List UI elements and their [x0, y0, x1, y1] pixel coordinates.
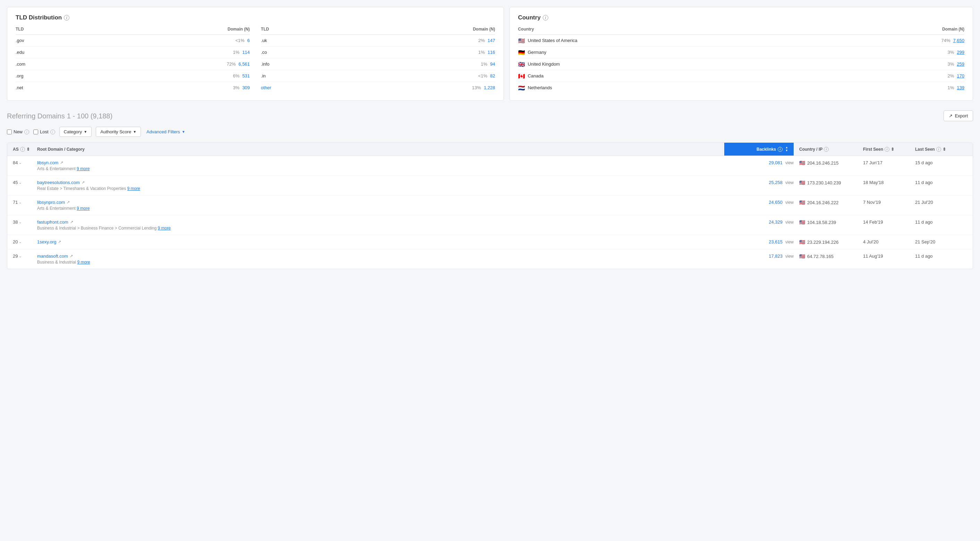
backlinks-count-link[interactable]: 24,329	[768, 219, 783, 225]
tld-row: .org 6% 531	[16, 70, 250, 82]
tld-name: .gov	[16, 38, 24, 43]
domain-link[interactable]: mandasoft.com ↗	[37, 254, 724, 259]
backlinks-count-link[interactable]: 25,258	[768, 180, 783, 185]
domain-link[interactable]: fastupfront.com ↗	[37, 219, 724, 225]
view-link[interactable]: view	[785, 254, 794, 259]
tld-distribution-title: TLD Distribution i	[16, 14, 495, 21]
tld-info-icon[interactable]: i	[64, 15, 69, 21]
referring-title: Referring Domains 1 - 100 (9,188)	[7, 112, 113, 120]
backlinks-count-link[interactable]: 17,823	[768, 254, 783, 259]
domain-link[interactable]: 1sexy.org ↗	[37, 239, 724, 244]
domain-link[interactable]: libsyn.com ↗	[37, 160, 724, 165]
row-flag-us: 🇺🇸	[799, 254, 805, 259]
view-link[interactable]: view	[785, 220, 794, 225]
row-backlinks-cell: 17,823 view	[724, 254, 794, 259]
country-table-header: Country Domain (N)	[518, 27, 964, 35]
country-percent: 3%	[948, 49, 954, 55]
row-flag-us: 🇺🇸	[799, 219, 805, 225]
domain-header-text: Root Domain / Category	[37, 147, 85, 152]
tld-count-link[interactable]: 114	[242, 49, 250, 55]
tld-count-link[interactable]: 116	[488, 49, 495, 55]
export-icon: ↗	[949, 113, 953, 118]
tld-count-link[interactable]: 531	[242, 73, 250, 78]
country-name: Germany	[528, 49, 948, 55]
country-count-link[interactable]: 139	[957, 85, 964, 90]
row-as: 71 ⌄	[13, 199, 37, 205]
as-expand-icon[interactable]: ⌄	[19, 200, 22, 204]
backlinks-info-icon[interactable]: i	[778, 147, 783, 152]
tld-percent: 72%	[227, 61, 235, 67]
view-link[interactable]: view	[785, 200, 794, 205]
more-link[interactable]: 9 more	[77, 166, 89, 171]
country-row: 🇨🇦 Canada 2% 170	[518, 70, 964, 82]
tld-row: .edu 1% 114	[16, 46, 250, 58]
external-link-icon: ↗	[70, 254, 73, 259]
as-value: 38	[13, 219, 18, 225]
more-link[interactable]: 9 more	[77, 206, 89, 211]
view-link[interactable]: view	[785, 160, 794, 165]
external-link-icon: ↗	[60, 160, 63, 165]
tld-row: .uk 2% 147	[261, 35, 495, 46]
authority-score-filter-button[interactable]: Authority Score ▼	[96, 127, 141, 137]
tld-stats: <1% 82	[478, 73, 495, 78]
more-link[interactable]: 9 more	[127, 186, 140, 191]
as-header-info-icon[interactable]: i	[20, 147, 25, 152]
new-checkbox[interactable]	[7, 129, 12, 134]
advanced-filters-button[interactable]: Advanced Filters ▼	[145, 127, 187, 136]
row-backlinks-cell: 24,650 view	[724, 199, 794, 205]
tld-count-link[interactable]: 1,228	[484, 85, 495, 90]
country-info-icon[interactable]: i	[543, 15, 548, 21]
backlinks-count-link[interactable]: 24,650	[768, 199, 783, 205]
as-expand-icon[interactable]: ⌄	[19, 220, 22, 224]
view-link[interactable]: view	[785, 180, 794, 185]
more-link[interactable]: 9 more	[77, 260, 90, 265]
last-seen-sort-icon[interactable]: ⇕	[942, 147, 946, 152]
tld-count-link[interactable]: 94	[490, 61, 495, 67]
category-label: Category	[64, 129, 82, 134]
tld-count-link[interactable]: 147	[488, 38, 495, 43]
lost-info-icon[interactable]: i	[50, 129, 55, 134]
col-header-backlinks[interactable]: Backlinks i ▲ ▼	[724, 143, 794, 156]
tld-count-link[interactable]: 309	[242, 85, 250, 90]
domain-link[interactable]: baytreesolutions.com ↗	[37, 180, 724, 185]
as-expand-icon[interactable]: ⌄	[19, 254, 22, 258]
backlinks-count-link[interactable]: 29,081	[768, 160, 783, 165]
as-expand-icon[interactable]: ⌄	[19, 240, 22, 244]
tld-left-rows: .gov <1% 6 .edu 1% 114 .com 72% 6,561 .o…	[16, 35, 250, 93]
country-count-link[interactable]: 259	[957, 61, 964, 67]
tld-other-link[interactable]: other	[261, 85, 271, 90]
first-seen-info-icon[interactable]: i	[885, 147, 889, 152]
new-filter-label[interactable]: New i	[7, 129, 29, 134]
col-header-last-seen: Last Seen i ⇕	[915, 147, 967, 152]
first-seen-sort-icon[interactable]: ⇕	[891, 147, 894, 152]
category-filter-button[interactable]: Category ▼	[59, 127, 92, 137]
tld-count-link[interactable]: 6	[247, 38, 250, 43]
as-expand-icon[interactable]: ⌄	[19, 180, 22, 184]
lost-checkbox[interactable]	[33, 129, 38, 134]
country-header-info-icon[interactable]: i	[824, 147, 829, 152]
referring-range: 1 - 100 (9,188)	[67, 112, 113, 120]
as-sort-icon[interactable]: ⇕	[26, 147, 30, 152]
tld-count-link[interactable]: 6,561	[239, 61, 250, 67]
tld-name: .co	[261, 49, 267, 55]
table-header-row: AS i ⇕ Root Domain / Category Backlinks …	[7, 143, 973, 156]
more-link[interactable]: 9 more	[158, 226, 171, 231]
row-ip: 173.230.140.239	[807, 180, 841, 185]
view-link[interactable]: view	[785, 239, 794, 244]
as-expand-icon[interactable]: ⌄	[19, 161, 22, 164]
row-last-seen: 21 Sep'20	[915, 239, 967, 244]
backlinks-count-link[interactable]: 23,615	[768, 239, 783, 244]
country-count-link[interactable]: 7,650	[953, 38, 964, 43]
country-count-link[interactable]: 299	[957, 49, 964, 55]
domain-link[interactable]: libsynpro.com ↗	[37, 199, 724, 205]
last-seen-info-icon[interactable]: i	[936, 147, 941, 152]
country-header-domain: Domain (N)	[942, 27, 964, 32]
row-flag-us: 🇺🇸	[799, 239, 805, 245]
tld-count-link[interactable]: 82	[490, 73, 495, 78]
country-count-link[interactable]: 170	[957, 73, 964, 78]
lost-filter-label[interactable]: Lost i	[33, 129, 55, 134]
new-info-icon[interactable]: i	[24, 129, 29, 134]
export-button[interactable]: ↗ Export	[943, 110, 973, 121]
backlinks-sort-icon[interactable]: ▲ ▼	[785, 146, 788, 152]
row-country-cell: 🇺🇸 204.16.246.222	[794, 199, 863, 205]
